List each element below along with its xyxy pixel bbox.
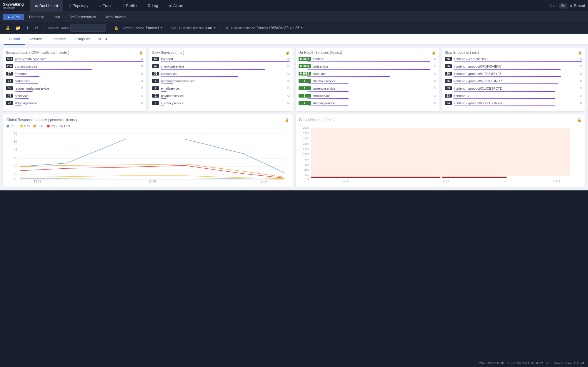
p99-label: P99: [64, 124, 70, 128]
copy-icon[interactable]: ⧉: [287, 101, 290, 105]
service-name: checkoutservice: [161, 65, 285, 68]
copy-icon[interactable]: ⧉: [141, 86, 143, 90]
nav-profile[interactable]: ⌇ Profile: [118, 0, 142, 12]
copy-icon[interactable]: ⧉: [434, 101, 436, 105]
slow-endpoints-lock[interactable]: 🔒: [578, 51, 582, 55]
heatmap-lock[interactable]: 🔒: [577, 118, 582, 122]
current-service-dropdown[interactable]: frontend ▼: [146, 26, 163, 30]
apdex-badge: 0.9854: [299, 64, 311, 68]
top-right: Auto 6s ↺ Reload: [549, 3, 585, 9]
service-badge: 2: [152, 94, 159, 98]
copy-icon[interactable]: ⧉: [141, 94, 143, 98]
copy-icon[interactable]: ⧉: [434, 57, 436, 61]
copy-icon[interactable]: ⧉: [580, 86, 582, 90]
subnav-selfobs-label: SelfObservability: [69, 15, 96, 19]
svg-text:12-12: 12-12: [34, 180, 41, 183]
service-name: cartservice: [161, 72, 285, 76]
nav-topology[interactable]: ⬡ Topology: [63, 0, 94, 12]
copy-icon[interactable]: ⧉: [580, 57, 582, 61]
copy-icon[interactable]: ⧉: [580, 72, 582, 76]
endpoint-bar: [454, 69, 561, 70]
current-instance-label: Current Instance: [231, 26, 255, 30]
slow-endpoints-header: Slow Endpoints ( ms ) 🔒: [445, 51, 582, 55]
service-bar: [161, 69, 265, 70]
unhealth-lock[interactable]: 🔒: [432, 51, 436, 55]
copy-icon[interactable]: ⧉: [287, 64, 290, 68]
copy-icon[interactable]: ⧉: [287, 86, 290, 90]
copy-icon[interactable]: ⧉: [434, 79, 436, 83]
service-name: cartservice: [313, 65, 432, 68]
svg-text:30: 30: [14, 156, 17, 160]
service-bar: [15, 83, 38, 84]
slow-services-lock[interactable]: 🔒: [285, 51, 290, 55]
copy-icon[interactable]: ⧉: [434, 86, 436, 90]
service-bar: [15, 69, 92, 70]
current-instance-dropdown[interactable]: frontend-988494b89-vbn86 ▼: [257, 26, 303, 30]
copy-icon[interactable]: ⧉: [580, 94, 582, 98]
service-bar: [307, 105, 349, 106]
nav-alarm[interactable]: ◉ Alarm: [164, 0, 189, 12]
endpoint-name: frontend - /product/6E92ZMYYFZ: [454, 72, 578, 76]
nav-trace[interactable]: ▷ Trace: [94, 0, 118, 12]
copy-icon[interactable]: ⧉: [141, 101, 143, 105]
service-name: emailservice: [313, 94, 432, 98]
service-name: recommendationservice: [15, 87, 139, 90]
nav-log[interactable]: ☰ Log: [142, 0, 164, 12]
slow-endpoints-list: 85 frontend - /cart/checkout ⧉ 66 fronte…: [445, 57, 582, 106]
reload-button[interactable]: ↺ Reload: [570, 4, 585, 8]
apdex-badge: 1: [299, 79, 311, 83]
refresh-icon[interactable]: ↺: [34, 24, 39, 31]
copy-icon[interactable]: ⧉: [434, 72, 436, 76]
list-item: 74 cartservice ⧉: [6, 79, 143, 84]
tab-download-icon[interactable]: ⬇: [104, 36, 108, 42]
copy-icon[interactable]: ⧉: [287, 72, 290, 76]
subnav-istio[interactable]: Istio: [49, 14, 64, 20]
latency-title: Global Response Latency ( percentile in …: [6, 118, 77, 122]
nav-dashboard[interactable]: ▦ Dashboard: [30, 0, 64, 12]
profile-icon: ⌇: [123, 4, 124, 8]
copy-icon[interactable]: ⧉: [580, 64, 582, 68]
tab-service[interactable]: Service: [25, 34, 47, 45]
subnav-selfobs[interactable]: SelfObservability: [65, 14, 100, 20]
service-group-input[interactable]: [70, 24, 106, 32]
tab-instance[interactable]: Instance: [47, 34, 71, 45]
current-endpoint-dropdown[interactable]: /cart ▼: [205, 26, 216, 30]
copy-icon[interactable]: ⧉: [434, 94, 436, 98]
seconds-badge: 6s: [559, 3, 567, 9]
latency-lock[interactable]: 🔒: [285, 118, 289, 122]
copy-icon[interactable]: ⧉: [580, 101, 582, 105]
subnav-webbrowser[interactable]: Web Browser: [101, 14, 131, 20]
subnav-database-label: Database: [29, 15, 44, 19]
copy-icon[interactable]: ⧉: [141, 64, 143, 68]
copy-icon[interactable]: ⧉: [287, 79, 290, 83]
heatmap-dark-bar-1: [311, 177, 440, 178]
reload-label: Reload: [574, 4, 585, 8]
heatmap-dark-bar-2: [442, 177, 507, 178]
copy-icon[interactable]: ⧉: [141, 72, 143, 76]
services-load-card: Services Load ( CPM - calls per minute )…: [3, 48, 146, 111]
tab-endpoint[interactable]: Endpoint: [71, 34, 95, 45]
slow-services-list: 55 frontend ⧉ 42 checkoutservice ⧉ 31 ca…: [152, 57, 289, 106]
lock-toolbar-icon[interactable]: 🔒: [4, 24, 11, 31]
p90-dot: [33, 125, 36, 128]
heatmap-svg: 2000 1800 1600 1400 1200 1000 800 600 40…: [299, 124, 582, 183]
tab-global[interactable]: Global: [4, 34, 25, 45]
copy-icon[interactable]: ⧉: [434, 64, 436, 68]
folder-icon[interactable]: 📁: [14, 24, 22, 31]
apdex-badge: 1: [299, 86, 311, 90]
copy-icon[interactable]: ⧉: [141, 79, 143, 83]
copy-icon[interactable]: ⧉: [287, 57, 290, 61]
copy-icon[interactable]: ⧉: [141, 57, 143, 61]
language-button[interactable]: En: [547, 361, 550, 365]
subnav-apm[interactable]: ▲ APM: [3, 14, 24, 20]
endpoint-bar: [454, 76, 561, 77]
service-badge: 1: [152, 101, 159, 105]
tab-copy-icon[interactable]: ⧉: [98, 36, 102, 42]
copy-icon[interactable]: ⧉: [580, 79, 582, 83]
download-icon[interactable]: ⬇: [25, 24, 31, 31]
copy-icon[interactable]: ⧉: [287, 94, 290, 98]
services-load-lock[interactable]: 🔒: [139, 51, 143, 55]
main-content: Services Load ( CPM - calls per minute )…: [0, 45, 588, 190]
services-load-list: 424 productcatalogservice ⧉ 236 currency…: [6, 57, 143, 106]
subnav-database[interactable]: Database: [25, 14, 48, 20]
